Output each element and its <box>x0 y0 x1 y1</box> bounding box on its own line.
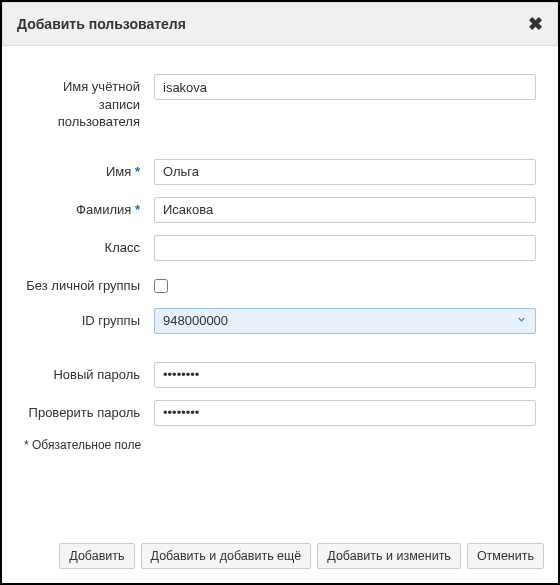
firstname-input[interactable] <box>154 159 536 185</box>
login-input[interactable] <box>154 74 536 100</box>
required-footnote: * Обязательное поле <box>24 438 536 452</box>
dialog-buttonbar: Добавить Добавить и добавить ещё Добавит… <box>2 531 558 583</box>
add-user-dialog: Добавить пользователя ✖ Имя учётной запи… <box>2 2 558 583</box>
gid-label: ID группы <box>24 308 154 330</box>
dialog-body: Имя учётной записи пользователя Имя * Фа… <box>2 46 558 531</box>
row-noprivgroup: Без личной группы <box>24 273 536 296</box>
firstname-label: Имя <box>106 164 131 179</box>
noprivgroup-label: Без личной группы <box>24 273 154 295</box>
gid-select[interactable]: 948000000 <box>154 308 536 334</box>
lastname-input[interactable] <box>154 197 536 223</box>
row-login: Имя учётной записи пользователя <box>24 74 536 131</box>
cancel-button[interactable]: Отменить <box>467 543 544 569</box>
gid-value: 948000000 <box>163 313 516 328</box>
row-gid: ID группы 948000000 <box>24 308 536 334</box>
login-label: Имя учётной записи пользователя <box>24 74 154 131</box>
dialog-titlebar: Добавить пользователя ✖ <box>2 2 558 46</box>
row-class: Класс <box>24 235 536 261</box>
row-newpass: Новый пароль <box>24 362 536 388</box>
add-button[interactable]: Добавить <box>59 543 134 569</box>
verifypass-input[interactable] <box>154 400 536 426</box>
required-marker: * <box>135 202 140 217</box>
close-icon[interactable]: ✖ <box>528 15 543 33</box>
required-marker: * <box>135 164 140 179</box>
class-input[interactable] <box>154 235 536 261</box>
row-verifypass: Проверить пароль <box>24 400 536 426</box>
newpass-label: Новый пароль <box>24 362 154 384</box>
row-firstname: Имя * <box>24 159 536 185</box>
class-label: Класс <box>24 235 154 257</box>
add-another-button[interactable]: Добавить и добавить ещё <box>141 543 312 569</box>
noprivgroup-checkbox[interactable] <box>154 279 168 293</box>
lastname-label: Фамилия <box>76 202 131 217</box>
newpass-input[interactable] <box>154 362 536 388</box>
add-edit-button[interactable]: Добавить и изменить <box>317 543 461 569</box>
verifypass-label: Проверить пароль <box>24 400 154 422</box>
dialog-title: Добавить пользователя <box>17 16 186 32</box>
chevron-down-icon <box>516 313 527 328</box>
row-lastname: Фамилия * <box>24 197 536 223</box>
